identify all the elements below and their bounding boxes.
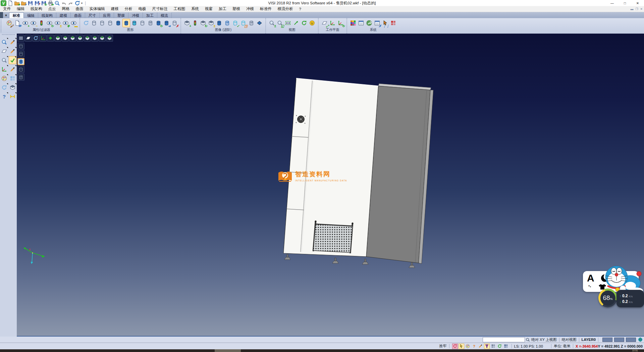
sketch-circle-icon[interactable] (9, 47, 16, 55)
body-solid-selected-icon[interactable] (122, 19, 130, 27)
snap-filter-icon[interactable] (484, 344, 490, 349)
toolbar-options-dropdown[interactable]: ▾ (81, 2, 83, 5)
view-axo-3-icon[interactable] (69, 35, 76, 42)
select-window-icon[interactable] (0, 47, 8, 55)
view-axo-7-icon[interactable] (99, 35, 106, 42)
display-hatched-icon[interactable] (17, 74, 24, 81)
workplane-align-icon[interactable]: ↻ (337, 19, 344, 27)
snap-bag-icon[interactable] (465, 344, 471, 349)
gem-view-icon[interactable] (256, 19, 263, 27)
tab-modeling[interactable]: 建模 (56, 12, 71, 18)
view-axo-8-icon[interactable] (106, 35, 113, 42)
tab-surface[interactable]: 曲面 (71, 12, 85, 18)
menu-solid-edit[interactable]: 实体编辑 (87, 6, 108, 12)
view-top-icon[interactable] (47, 35, 54, 42)
adv-visibility-add-icon[interactable]: + (183, 19, 191, 27)
view-axo-1-icon[interactable] (54, 35, 61, 42)
zoom-window-icon[interactable]: ◱ (276, 19, 284, 27)
snap-refresh-icon[interactable] (497, 344, 502, 349)
menu-pointcloud[interactable]: 点云 (45, 6, 59, 12)
view-axo-4-icon[interactable] (76, 35, 84, 42)
search-icon[interactable] (526, 338, 530, 342)
menu-machining[interactable]: 加工 (216, 6, 229, 12)
zoom-all-icon[interactable]: ± (268, 19, 276, 27)
visibility-toggle-icon[interactable]: ± (54, 19, 61, 27)
absolute-view-label[interactable]: 绝对视图 (562, 337, 577, 342)
macro-icon[interactable] (74, 0, 80, 6)
body-regen-icon[interactable]: ↻ (155, 19, 162, 27)
workplane-view-icon[interactable] (25, 35, 32, 42)
snap-layers-icon[interactable] (490, 344, 496, 349)
ime-mode-letter[interactable]: A (587, 272, 594, 284)
menu-die[interactable]: 冲模 (243, 6, 257, 12)
redo-icon[interactable] (68, 0, 73, 6)
snap-help-icon[interactable] (471, 344, 477, 349)
zoom-dynamic-icon[interactable] (0, 56, 8, 64)
left-toolbar-drag-handle[interactable] (2, 34, 15, 36)
shaded-view-icon[interactable] (308, 19, 316, 27)
zoom-selection-icon[interactable] (0, 38, 8, 46)
3d-viewport[interactable]: x 智造资料网 (17, 34, 644, 337)
layer-indicator[interactable]: LAYER0 (582, 338, 596, 342)
selection-options-icon[interactable]: ⋮⋮ (381, 19, 389, 27)
new-file-icon[interactable] (7, 0, 13, 6)
tab-die[interactable]: 冲模 (128, 12, 143, 18)
tab-edit[interactable]: 编辑 (24, 12, 38, 18)
network-speed-panel[interactable]: ↑ 0.2 K/s ↓ 0.2 K/s (616, 290, 644, 307)
tab-flow[interactable]: 模流 (157, 12, 172, 18)
color-swatch-1[interactable] (602, 338, 612, 342)
measure-icon[interactable] (9, 92, 16, 100)
help-icon[interactable] (0, 92, 8, 100)
confirm-icon[interactable] (9, 56, 16, 64)
tab-machining[interactable]: 加工 (143, 12, 157, 18)
color-swatch-3[interactable] (626, 338, 636, 342)
solid-hatched-icon[interactable] (248, 19, 255, 27)
solid-link-icon[interactable]: ◳ (239, 19, 247, 27)
menu-flow-analysis[interactable]: 模流分析 (275, 6, 296, 12)
memory-usage-gauge[interactable]: 68% (598, 289, 617, 307)
workplane-face-icon[interactable] (329, 19, 336, 27)
search-input[interactable] (483, 337, 525, 342)
display-hidden-line-icon[interactable] (17, 50, 24, 57)
mdi-close-button[interactable]: ✕ (640, 7, 643, 11)
solid-verify-icon[interactable]: ✓ (231, 19, 239, 27)
origin-axis-icon[interactable] (40, 35, 47, 42)
filter-traffic-light-icon[interactable] (38, 19, 45, 27)
workplane-origin-icon[interactable]: ⤢ (321, 19, 328, 27)
rotate-view-icon[interactable] (300, 19, 308, 27)
graphics-refresh-icon[interactable] (82, 19, 90, 27)
system-tools-icon[interactable] (365, 19, 373, 27)
attributes-icon[interactable] (0, 74, 8, 82)
menu-drawing[interactable]: 工程图 (171, 6, 189, 12)
grid-display-icon[interactable] (389, 19, 397, 27)
undo-icon[interactable] (61, 0, 67, 6)
view-axo-5-icon[interactable] (84, 35, 91, 42)
workplane-move-icon[interactable] (0, 65, 8, 73)
menu-help[interactable]: ? (296, 6, 304, 12)
taskbar-app-segment[interactable] (215, 349, 241, 352)
tab-standard[interactable]: 标准 (9, 12, 24, 18)
ime-punctuation[interactable]: ’· (588, 284, 591, 290)
trim-tool-icon[interactable] (9, 38, 16, 46)
solid-cube-icon[interactable] (9, 83, 16, 91)
body-shaded-icon[interactable] (130, 19, 138, 27)
window-layout-icon[interactable] (9, 74, 16, 82)
visibility-minus-icon[interactable]: ▬ (70, 19, 77, 27)
regenerate-icon[interactable] (0, 83, 8, 91)
menu-analysis[interactable]: 分析 (122, 6, 136, 12)
tab-application[interactable]: 应用 (100, 12, 114, 18)
adv-traffic-light-icon[interactable] (191, 19, 199, 27)
menu-standard-parts[interactable]: 标准件 (257, 6, 275, 12)
tab-mold[interactable]: 塑膜 (114, 12, 128, 18)
snap-cut-icon[interactable] (478, 344, 483, 349)
sketch-spline-icon[interactable] (9, 65, 16, 73)
open-file-icon[interactable]: ➜ (14, 0, 20, 6)
body-solid-icon[interactable] (114, 19, 122, 27)
menu-dimension[interactable]: 尺寸标注 (149, 6, 171, 12)
menu-file[interactable]: 文件 (0, 6, 14, 12)
menu-electrode[interactable]: 电极 (136, 6, 149, 12)
maximize-button[interactable]: □ (619, 0, 631, 6)
windows-taskbar-sliver[interactable]: 10:51 (0, 349, 644, 352)
pan-view-icon[interactable] (292, 19, 300, 27)
view-menu-icon[interactable] (17, 35, 24, 42)
